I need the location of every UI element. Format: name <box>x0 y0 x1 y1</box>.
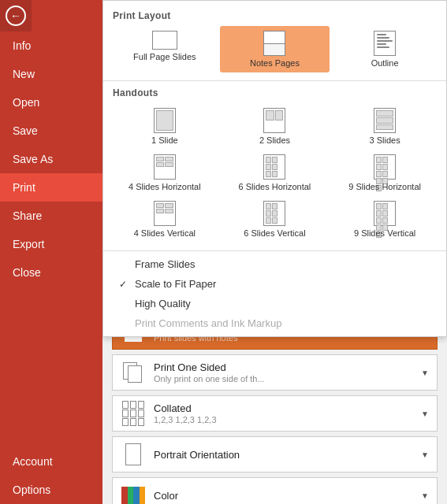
one-sided-icon <box>123 362 143 383</box>
sidebar-item-options[interactable]: Options <box>0 476 102 504</box>
section-divider-1 <box>103 80 446 81</box>
4-slides-v-label: 4 Slides Vertical <box>134 228 196 238</box>
9-slides-v-icon <box>374 201 396 226</box>
collation-arrow-icon: ▼ <box>421 410 429 418</box>
high-quality-item[interactable]: High Quality <box>103 294 446 313</box>
color-dropdown-icon <box>121 483 146 504</box>
handouts-title: Handouts <box>103 84 446 103</box>
color-dropdown-text: Color <box>154 490 413 502</box>
sidebar-item-info[interactable]: Info <box>0 32 102 60</box>
color-icon <box>121 487 145 504</box>
frame-slides-item[interactable]: Frame Slides <box>103 254 446 274</box>
6-slides-h-icon <box>263 154 285 180</box>
4-slides-h-icon <box>154 154 176 180</box>
4-slides-v-icon <box>154 201 176 226</box>
collation-title: Collated <box>154 402 413 414</box>
sidebar-item-close[interactable]: Close <box>0 258 102 287</box>
sides-dropdown[interactable]: Print One Sided Only print on one side o… <box>112 354 438 391</box>
2-slides-icon <box>263 108 285 133</box>
outline-label: Outline <box>371 58 399 68</box>
orientation-title: Portrait Orientation <box>154 449 413 461</box>
6-slides-h-option[interactable]: 6 Slides Horizontal <box>220 150 330 196</box>
print-layout-popup: Print Layout Full Page Slides Notes Page… <box>102 0 447 337</box>
9-slides-h-option[interactable]: 9 Slides Horizontal <box>330 150 440 196</box>
color-dropdown[interactable]: Color ▼ <box>112 477 438 504</box>
3-slides-option[interactable]: 3 Slides <box>330 103 440 150</box>
collation-dropdown-text: Collated 1,2,3 1,2,3 1,2,3 <box>154 402 413 424</box>
scale-to-fit-label: Scale to Fit Paper <box>135 278 216 290</box>
sidebar-item-share[interactable]: Share <box>0 202 102 230</box>
section-divider-2 <box>103 250 446 251</box>
color-title: Color <box>154 490 413 502</box>
sidebar-item-print[interactable]: Print <box>0 173 102 202</box>
6-slides-v-icon <box>263 201 285 226</box>
notes-pages-icon <box>263 31 285 56</box>
sidebar-item-save[interactable]: Save <box>0 117 102 145</box>
sidebar-item-export[interactable]: Export <box>0 230 102 258</box>
collation-subtitle: 1,2,3 1,2,3 1,2,3 <box>154 415 413 424</box>
1-slide-option[interactable]: 1 Slide <box>110 103 220 150</box>
handouts-grid: 1 Slide 2 Slides 3 Slides <box>103 103 446 247</box>
notes-pages-label: Notes Pages <box>250 58 300 68</box>
6-slides-v-label: 6 Slides Vertical <box>244 228 305 238</box>
collation-dropdown[interactable]: Collated 1,2,3 1,2,3 1,2,3 ▼ <box>112 395 438 432</box>
collation-dropdown-icon <box>121 401 146 426</box>
print-layout-grid: Full Page Slides Notes Pages <box>103 26 446 77</box>
print-comments-item: Print Comments and Ink Markup <box>103 313 446 333</box>
orientation-dropdown-icon <box>121 442 146 467</box>
sidebar-item-open[interactable]: Open <box>0 88 102 117</box>
color-arrow-icon: ▼ <box>421 491 429 500</box>
back-icon: ← <box>6 6 26 26</box>
orientation-dropdown[interactable]: Portrait Orientation ▼ <box>112 436 438 472</box>
9-slides-h-icon <box>374 154 396 180</box>
6-slides-v-option[interactable]: 6 Slides Vertical <box>220 196 330 243</box>
sides-arrow-icon: ▼ <box>421 369 429 377</box>
3-slides-label: 3 Slides <box>370 135 400 145</box>
orientation-dropdown-text: Portrait Orientation <box>154 449 413 461</box>
collated-icon <box>122 401 144 426</box>
back-button[interactable]: ← <box>0 0 32 32</box>
2-slides-option[interactable]: 2 Slides <box>220 103 330 150</box>
4-slides-h-option[interactable]: 4 Slides Horizontal <box>110 150 220 196</box>
outline-option[interactable]: Outline <box>330 26 440 72</box>
print-comments-label: Print Comments and Ink Markup <box>135 317 281 329</box>
1-slide-icon <box>154 108 176 133</box>
sidebar-item-new[interactable]: New <box>0 60 102 88</box>
9-slides-v-label: 9 Slides Vertical <box>354 228 415 238</box>
sidebar: ← Info New Open Save Save As Print Share… <box>0 0 102 504</box>
orientation-arrow-icon: ▼ <box>421 450 429 459</box>
9-slides-h-label: 9 Slides Horizontal <box>348 182 421 191</box>
4-slides-v-option[interactable]: 4 Slides Vertical <box>110 196 220 243</box>
high-quality-label: High Quality <box>135 298 191 309</box>
sides-subtitle: Only print on one side of th... <box>154 374 413 384</box>
full-page-slides-icon <box>152 31 177 50</box>
sidebar-item-account[interactable]: Account <box>0 447 102 476</box>
9-slides-v-option[interactable]: 9 Slides Vertical <box>330 196 440 243</box>
scale-to-fit-check: ✓ <box>119 279 130 290</box>
frame-slides-label: Frame Slides <box>135 258 196 270</box>
print-layout-title: Print Layout <box>103 7 446 26</box>
1-slide-label: 1 Slide <box>151 135 178 145</box>
main-content: Print Layout Full Page Slides Notes Page… <box>102 0 447 504</box>
2-slides-label: 2 Slides <box>259 135 290 145</box>
scale-to-fit-item[interactable]: ✓ Scale to Fit Paper <box>103 274 446 294</box>
sidebar-item-save-as[interactable]: Save As <box>0 145 102 173</box>
full-page-slides-option[interactable]: Full Page Slides <box>110 26 220 72</box>
outline-icon <box>374 31 396 56</box>
6-slides-h-label: 6 Slides Horizontal <box>239 182 311 191</box>
full-page-slides-label: Full Page Slides <box>133 52 196 61</box>
portrait-icon <box>125 443 141 465</box>
sides-dropdown-text: Print One Sided Only print on one side o… <box>154 361 413 384</box>
4-slides-h-label: 4 Slides Horizontal <box>129 182 201 191</box>
notes-pages-option[interactable]: Notes Pages <box>220 26 330 72</box>
sides-dropdown-icon <box>121 360 146 385</box>
3-slides-icon <box>374 108 396 133</box>
sides-title: Print One Sided <box>154 361 413 373</box>
